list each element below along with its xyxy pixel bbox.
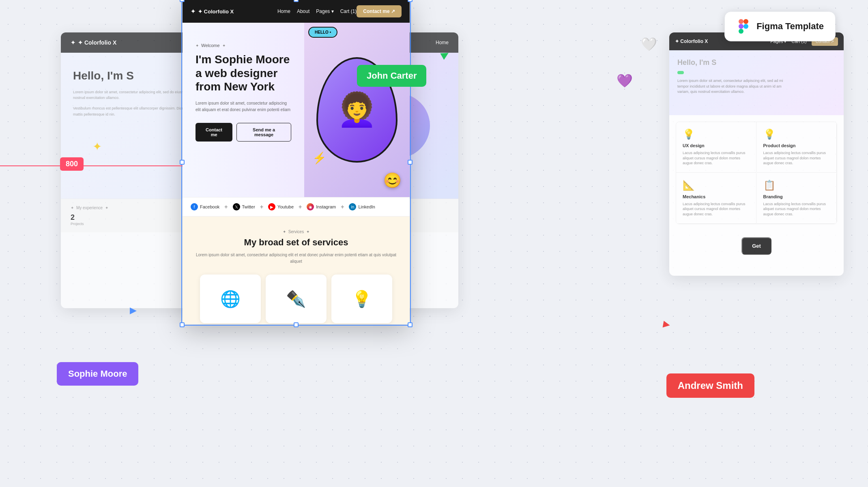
service-card-web: 🌐	[200, 275, 261, 323]
figma-template-text: Figma Template	[756, 21, 824, 32]
instagram-label: Instagram	[316, 204, 336, 209]
heart-decoration-1: 🤍	[641, 36, 657, 52]
logo-star-icon: ✦	[191, 8, 196, 15]
services-label: Services	[192, 230, 400, 234]
mechanics-title: Mechanics	[683, 194, 750, 199]
facebook-label: Facebook	[200, 204, 219, 209]
product-title: Product design	[763, 143, 830, 148]
twitter-label: Twitter	[242, 204, 255, 209]
twitter-link[interactable]: 𝕏 Twitter	[233, 203, 255, 210]
height-line	[0, 165, 183, 166]
bg-projects-label: Projects	[71, 222, 84, 226]
right-hero: Hello, I'm S Lorem ipsum dolor sit amet,…	[669, 50, 844, 115]
right-panel: ✦ Colorfolio X Pages ▾ Cart (1) Contact …	[669, 32, 844, 276]
bg-nav-home[interactable]: Home	[436, 40, 449, 45]
bg-nav-links: Home	[436, 40, 449, 45]
branding-desc: Lacus adipiscing lectus convallis purus …	[763, 202, 830, 217]
social-bar: f Facebook + 𝕏 Twitter + ▶ Youtube + ◉ I…	[183, 197, 410, 217]
andrew-smith-badge: Andrew Smith	[666, 373, 754, 398]
lightning-icon: ⚡	[312, 151, 327, 165]
right-services: 💡 UX design Lacus adipiscing lectus conv…	[669, 115, 844, 231]
ux-desc: Lacus adipiscing lectus convallis purus …	[683, 150, 750, 166]
svg-rect-1	[743, 19, 748, 24]
cursor-red: ▶	[662, 319, 671, 330]
facebook-link[interactable]: f Facebook	[191, 203, 219, 210]
heart-decoration-2: 💜	[617, 73, 633, 88]
linkedin-label: LinkedIn	[358, 204, 375, 209]
right-service-mechanics: 📐 Mechanics Lacus adipiscing lectus conv…	[676, 173, 756, 224]
nav-home[interactable]: Home	[277, 9, 290, 14]
svg-rect-3	[739, 29, 743, 34]
hero-title: I'm Sophie Moore a web designer from New…	[196, 53, 291, 94]
figma-template-badge[interactable]: Figma Template	[724, 11, 836, 41]
separator-2: +	[260, 204, 263, 210]
right-hero-title: Hello, I'm S	[677, 58, 836, 67]
mechanics-icon: 📐	[683, 180, 750, 191]
youtube-link[interactable]: ▶ Youtube	[268, 203, 294, 210]
main-logo: ✦ ✦ Colorfolio X	[191, 8, 234, 15]
height-indicator: 800	[60, 157, 84, 171]
right-hero-text: Lorem ipsum dolor sit amet, consectetur …	[677, 78, 836, 95]
product-desc: Lacus adipiscing lectus convallis purus …	[763, 150, 830, 166]
smiley-icon: 😊	[383, 172, 402, 189]
right-service-product: 💡 Product design Lacus adipiscing lectus…	[757, 122, 837, 173]
service-card-strategy: 💡	[331, 275, 392, 323]
right-service-ux: 💡 UX design Lacus adipiscing lectus conv…	[676, 122, 756, 173]
star-icon: ✦	[71, 39, 75, 46]
youtube-icon: ▶	[268, 203, 275, 210]
ux-icon: 💡	[683, 129, 750, 140]
svg-point-4	[743, 24, 748, 29]
twitter-icon: 𝕏	[233, 203, 240, 210]
svg-rect-2	[739, 24, 743, 29]
hero-buttons: Contact me Send me a message	[196, 123, 291, 142]
main-browser: ✦ ✦ Colorfolio X Home About Pages ▾ Cart…	[183, 0, 410, 324]
linkedin-icon: in	[349, 203, 356, 210]
john-carter-badge: John Carter	[357, 65, 426, 87]
services-section: Services My broad set of services Lorem …	[183, 217, 410, 324]
bg-logo: ✦ ✦ Colorfolio X	[71, 39, 116, 46]
hero-contact-btn[interactable]: Contact me	[196, 123, 232, 142]
star-decoration-1: ✦	[92, 140, 102, 153]
main-navbar: ✦ ✦ Colorfolio X Home About Pages ▾ Cart…	[183, 0, 410, 23]
cursor-blue: ▶	[130, 306, 137, 317]
services-desc: Lorem ipsum dolor sit amet, consectetur …	[192, 252, 400, 265]
instagram-icon: ◉	[307, 203, 314, 210]
hero-message-btn[interactable]: Send me a message	[236, 123, 291, 142]
right-highlight	[677, 71, 684, 74]
mechanics-desc: Lacus adipiscing lectus convallis purus …	[683, 202, 750, 217]
bg-project-stat1: 2 Projects	[71, 213, 84, 226]
hello-bubble: HELLO •	[308, 27, 337, 38]
right-service-branding: 📋 Branding Lacus adipiscing lectus conva…	[757, 173, 837, 224]
nav-cart[interactable]: Cart (1)	[340, 9, 357, 14]
branding-icon: 📋	[763, 180, 830, 191]
instagram-link[interactable]: ◉ Instagram	[307, 203, 336, 210]
canvas: 60 800 ✦ ✦ Colorfolio X Home Hello, I'm …	[0, 0, 868, 487]
right-logo: ✦ Colorfolio X	[675, 39, 708, 44]
svg-rect-0	[739, 19, 743, 24]
main-hero: Welcome I'm Sophie Moore a web designer …	[183, 23, 410, 197]
services-cards: 🌐 ✒️ 💡	[192, 275, 400, 323]
separator-4: +	[341, 204, 344, 210]
nav-contact-btn[interactable]: Contact me ↗	[357, 5, 402, 17]
person-emoji: 👩‍🦱	[337, 91, 377, 129]
main-nav-links: Home About Pages ▾ Cart (1)	[277, 9, 357, 14]
youtube-label: Youtube	[277, 204, 294, 209]
figma-icon	[736, 19, 751, 34]
services-title: My broad set of services	[192, 237, 400, 248]
hero-welcome: Welcome	[196, 43, 291, 48]
right-services-grid: 💡 UX design Lacus adipiscing lectus conv…	[676, 122, 837, 224]
product-icon: 💡	[763, 129, 830, 140]
hero-desc: Lorem ipsum dolor sit amet, consectetur …	[196, 100, 291, 113]
separator-3: +	[299, 204, 302, 210]
hero-left: Welcome I'm Sophie Moore a web designer …	[183, 23, 304, 197]
nav-pages[interactable]: Pages ▾	[316, 9, 333, 14]
get-button[interactable]: Get	[741, 237, 771, 255]
linkedin-link[interactable]: in LinkedIn	[349, 203, 375, 210]
ux-title: UX design	[683, 143, 750, 148]
service-card-graphics: ✒️	[266, 275, 327, 323]
separator-1: +	[224, 204, 228, 210]
facebook-icon: f	[191, 203, 198, 210]
sophie-moore-badge: Sophie Moore	[57, 362, 138, 386]
nav-about[interactable]: About	[297, 9, 309, 14]
branding-title: Branding	[763, 194, 830, 199]
